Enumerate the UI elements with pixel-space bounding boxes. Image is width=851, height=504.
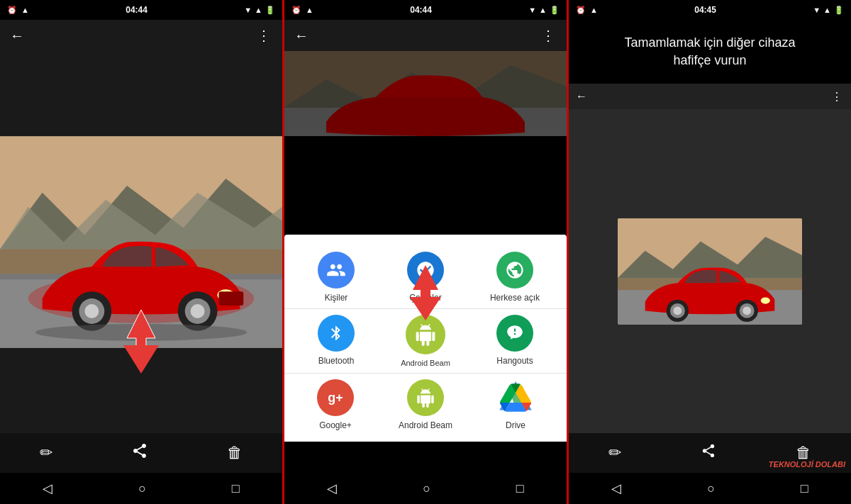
status-bar-3: ⏰ ▲ 04:45 ▼ ▲ 🔋 [569,0,851,20]
share-item-herkese[interactable]: Herkese açık [490,252,540,303]
nav-bar-2: ← ⋮ [284,20,567,51]
status-time-2: 04:44 [410,5,432,15]
edit-button-3[interactable]: ✏ [608,444,621,462]
share-item-kisiler[interactable]: Kişiler [311,252,361,303]
inner-menu-3[interactable]: ⋮ [831,90,844,103]
status-bar-right-1: ▼ ▲ 🔋 [244,6,275,15]
nav-home-1[interactable]: ○ [138,481,146,496]
share-row-2: Bluetooth [284,309,567,374]
nav-recent-2[interactable]: □ [516,481,524,496]
bottom-nav-3: ◁ ○ □ [569,473,851,504]
signal-bars-1: ▲ [255,6,262,14]
share-item-gplus[interactable]: g+ Google+ [311,379,360,430]
nav-home-3[interactable]: ○ [707,481,715,496]
share-sheet: Kişiler Çevreler Herkese açık [284,235,567,442]
share-arrow-1 [116,310,166,376]
drive-label: Drive [506,420,525,430]
share-row-3: g+ Google+ Android Beam [284,374,567,436]
inner-back-3[interactable]: ← [576,90,587,103]
car-thumbnail [618,218,802,325]
signal-icon-1: ▲ [21,6,29,14]
bottom-nav-1: ◁ ○ □ [0,473,282,504]
status-bar-left-2: ⏰ ▲ [291,6,313,15]
svg-point-14 [191,304,205,318]
menu-button-1[interactable]: ⋮ [257,27,272,44]
kisiler-icon [318,252,355,289]
androidbeam-label-bottom: Android Beam [399,420,452,430]
alarm-icon-2: ⏰ [291,6,301,15]
menu-button-2[interactable]: ⋮ [541,27,557,44]
nav-recent-1[interactable]: □ [232,481,240,496]
delete-button-1[interactable]: 🗑 [227,444,243,462]
status-bar-right-2: ▼ ▲ 🔋 [528,6,560,15]
status-bar-2: ⏰ ▲ 04:44 ▼ ▲ 🔋 [284,0,567,20]
phone-panel-3: ⏰ ▲ 04:45 ▼ ▲ 🔋 Tamamlamak için diğer ci… [567,0,851,504]
share-item-drive[interactable]: Drive [491,379,540,430]
nav-bar-1: ← ⋮ [0,20,282,51]
gplus-label: Google+ [319,420,352,430]
edit-button-1[interactable]: ✏ [40,444,52,462]
wifi-icon-3: ▼ [813,6,821,14]
bluetooth-icon [318,315,355,352]
svg-point-11 [84,304,99,318]
nav-back-2[interactable]: ◁ [327,481,337,496]
alarm-icon-3: ⏰ [576,6,586,15]
car-image-1 [0,51,282,433]
hangouts-icon [496,315,533,352]
status-bar-right-3: ▼ ▲ 🔋 [813,6,844,15]
signal-icon-3: ▲ [590,6,598,14]
androidbeam-icon-bottom [407,379,444,416]
car-image-2 [284,51,567,136]
battery-icon-1: 🔋 [265,6,275,15]
androidbeam-label-middle: Android Beam [401,359,450,367]
inner-nav-3: ← ⋮ [569,84,851,109]
wifi-icon-2: ▼ [528,6,536,14]
share-button-1[interactable] [131,442,148,464]
share-button-3[interactable] [701,443,716,463]
signal-icon-2: ▲ [306,6,313,14]
status-bar-1: ⏰ ▲ 04:44 ▼ ▲ 🔋 [0,0,282,20]
herkese-icon [496,252,533,289]
phone-panel-2: ⏰ ▲ 04:44 ▼ ▲ 🔋 ← ⋮ [282,0,567,504]
nav-back-3[interactable]: ◁ [611,481,621,496]
kisiler-label: Kişiler [325,293,348,303]
svg-rect-8 [218,291,243,306]
svg-point-28 [761,297,770,303]
share-item-hangouts[interactable]: Hangouts [490,315,540,367]
herkese-label: Herkese açık [490,293,540,303]
alarm-icon-1: ⏰ [7,6,17,15]
share-item-androidbeam-bottom[interactable]: Android Beam [399,379,452,430]
phone-panel-1: ⏰ ▲ 04:44 ▼ ▲ 🔋 ← ⋮ [0,0,282,504]
hangouts-label: Hangouts [496,356,533,366]
status-bar-left-1: ⏰ ▲ [7,6,29,15]
signal-bars-3: ▲ [823,6,831,14]
wifi-icon-1: ▼ [244,6,252,14]
drive-icon [497,379,534,416]
gplus-icon: g+ [317,379,354,416]
battery-icon-2: 🔋 [550,6,560,15]
share-item-bluetooth[interactable]: Bluetooth [311,315,361,367]
car-image-3 [569,109,851,433]
nav-home-2[interactable]: ○ [423,481,430,496]
status-time-3: 04:45 [694,5,716,15]
nfc-tap-message: Tamamlamak için diğer cihaza hafifçe vur… [569,20,851,84]
watermark: TEKNOLOJİ DOLABI [769,460,845,469]
svg-point-31 [673,306,682,315]
share-item-androidbeam-middle[interactable]: Android Beam [401,315,450,367]
nav-back-1[interactable]: ◁ [43,481,52,496]
signal-bars-2: ▲ [539,6,547,14]
battery-icon-3: 🔋 [834,6,844,15]
svg-point-34 [742,306,751,315]
action-bar-1: ✏ 🗑 [0,433,282,473]
status-bar-left-3: ⏰ ▲ [576,6,598,15]
nav-recent-3[interactable]: □ [801,481,808,496]
back-button-1[interactable]: ← [10,28,24,44]
bluetooth-label: Bluetooth [318,356,355,366]
status-time-1: 04:44 [126,5,148,15]
bottom-nav-2: ◁ ○ □ [284,473,567,504]
back-button-2[interactable]: ← [294,28,308,44]
